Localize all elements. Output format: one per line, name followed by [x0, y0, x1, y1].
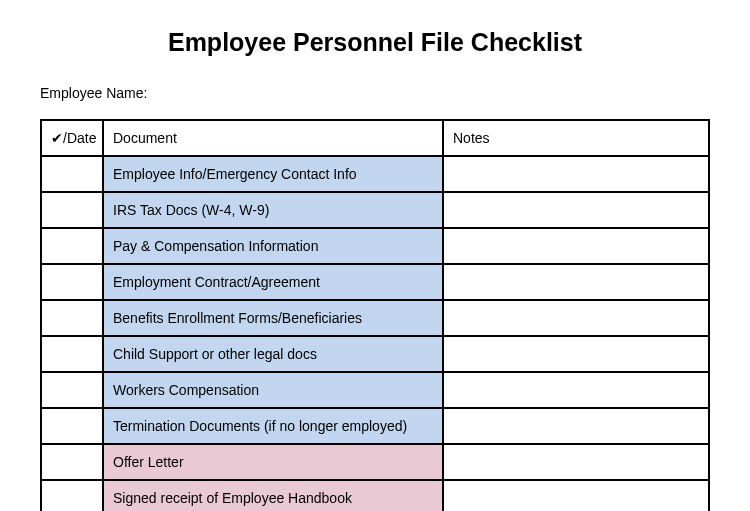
cell-document: Signed receipt of Employee Handbook [103, 480, 443, 511]
cell-check[interactable] [41, 408, 103, 444]
cell-check[interactable] [41, 444, 103, 480]
page-title: Employee Personnel File Checklist [40, 28, 710, 57]
cell-document: Offer Letter [103, 444, 443, 480]
cell-check[interactable] [41, 192, 103, 228]
checklist-table: ✔/Date Document Notes Employee Info/Emer… [40, 119, 710, 511]
table-row: Child Support or other legal docs [41, 336, 709, 372]
table-row: Employment Contract/Agreement [41, 264, 709, 300]
table-row: Signed receipt of Employee Handbook [41, 480, 709, 511]
cell-notes[interactable] [443, 300, 709, 336]
cell-notes[interactable] [443, 408, 709, 444]
table-header-row: ✔/Date Document Notes [41, 120, 709, 156]
employee-name-label: Employee Name: [40, 85, 710, 101]
cell-check[interactable] [41, 264, 103, 300]
cell-notes[interactable] [443, 228, 709, 264]
cell-document: Employment Contract/Agreement [103, 264, 443, 300]
cell-document: Workers Compensation [103, 372, 443, 408]
header-check: ✔/Date [41, 120, 103, 156]
header-document: Document [103, 120, 443, 156]
cell-notes[interactable] [443, 372, 709, 408]
cell-check[interactable] [41, 336, 103, 372]
cell-document: Benefits Enrollment Forms/Beneficiaries [103, 300, 443, 336]
cell-notes[interactable] [443, 156, 709, 192]
page-container: Employee Personnel File Checklist Employ… [0, 0, 750, 511]
cell-document: Pay & Compensation Information [103, 228, 443, 264]
table-row: IRS Tax Docs (W-4, W-9) [41, 192, 709, 228]
cell-notes[interactable] [443, 336, 709, 372]
table-row: Pay & Compensation Information [41, 228, 709, 264]
cell-check[interactable] [41, 300, 103, 336]
cell-check[interactable] [41, 480, 103, 511]
cell-check[interactable] [41, 156, 103, 192]
table-row: Employee Info/Emergency Contact Info [41, 156, 709, 192]
cell-document: Child Support or other legal docs [103, 336, 443, 372]
table-row: Workers Compensation [41, 372, 709, 408]
cell-document: Termination Documents (if no longer empl… [103, 408, 443, 444]
table-row: Termination Documents (if no longer empl… [41, 408, 709, 444]
header-notes: Notes [443, 120, 709, 156]
table-row: Benefits Enrollment Forms/Beneficiaries [41, 300, 709, 336]
cell-check[interactable] [41, 372, 103, 408]
cell-check[interactable] [41, 228, 103, 264]
cell-notes[interactable] [443, 192, 709, 228]
cell-notes[interactable] [443, 264, 709, 300]
table-row: Offer Letter [41, 444, 709, 480]
cell-document: Employee Info/Emergency Contact Info [103, 156, 443, 192]
cell-notes[interactable] [443, 480, 709, 511]
cell-document: IRS Tax Docs (W-4, W-9) [103, 192, 443, 228]
cell-notes[interactable] [443, 444, 709, 480]
